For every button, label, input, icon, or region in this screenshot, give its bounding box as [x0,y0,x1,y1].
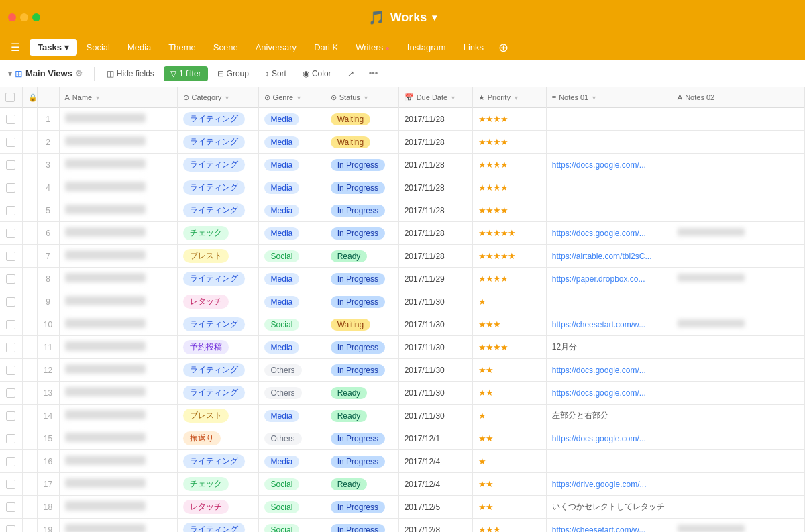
row-notes01-cell[interactable]: いくつかセレクトしてレタッチ [546,496,672,519]
row-name-cell[interactable] [59,199,177,222]
row-duedate-cell[interactable]: 2017/11/28 [398,222,472,245]
row-checkbox-cell[interactable] [0,313,22,336]
notes-link[interactable]: https://drive.google.com/... [552,480,666,489]
row-category-cell[interactable]: ライティング [177,131,258,154]
row-checkbox[interactable] [6,274,15,284]
row-notes01-cell[interactable]: https://docs.google.com/... [546,359,672,382]
close-button[interactable] [8,13,16,21]
row-checkbox-cell[interactable] [0,176,22,199]
row-category-cell[interactable]: ブレスト [177,405,258,427]
row-category-cell[interactable]: ライティング [177,519,258,533]
row-checkbox[interactable] [6,502,15,512]
row-status-cell[interactable]: In Progress [325,359,398,382]
row-name-cell[interactable] [59,131,177,154]
header-notes02[interactable]: A Notes 02 [672,87,775,108]
row-notes01-cell[interactable] [546,108,672,131]
row-genre-cell[interactable]: Social [258,313,325,336]
hamburger-icon[interactable]: ☰ [5,38,25,56]
nav-tab-theme[interactable]: Theme [160,39,203,56]
notes-link[interactable]: https://airtable.com/tbl2sC... [552,252,666,261]
row-checkbox[interactable] [6,457,15,466]
notes-link[interactable]: https://docs.google.com/... [552,388,666,398]
row-checkbox-cell[interactable] [0,245,22,268]
row-duedate-cell[interactable]: 2017/12/5 [398,496,472,519]
row-checkbox-cell[interactable] [0,108,22,131]
row-checkbox[interactable] [6,525,15,533]
row-checkbox-cell[interactable] [0,427,22,450]
row-priority-cell[interactable]: ★★ [472,496,546,519]
header-name[interactable]: A Name ▾ [59,87,177,108]
row-checkbox[interactable] [6,343,15,352]
row-name-cell[interactable] [59,450,177,473]
row-duedate-cell[interactable]: 2017/12/4 [398,473,472,496]
nav-tab-aniversary[interactable]: Aniversary [248,39,305,56]
view-settings-icon[interactable]: ⚙ [75,68,83,78]
row-duedate-cell[interactable]: 2017/11/28 [398,131,472,154]
row-category-cell[interactable]: チェック [177,473,258,496]
row-priority-cell[interactable]: ★★★★ [472,268,546,290]
add-tab-button[interactable]: ⊕ [493,40,514,55]
row-category-cell[interactable]: チェック [177,222,258,245]
nav-tab-links[interactable]: Links [455,39,492,56]
notes-link[interactable]: https://cheesetart.com/w... [552,525,666,533]
hide-fields-button[interactable]: ◫ Hide fields [100,66,161,81]
row-name-cell[interactable] [59,473,177,496]
row-name-cell[interactable] [59,359,177,382]
row-checkbox[interactable] [6,229,15,238]
row-priority-cell[interactable]: ★ [472,290,546,313]
row-priority-cell[interactable]: ★★★★ [472,154,546,176]
row-genre-cell[interactable]: Media [258,336,325,359]
row-status-cell[interactable]: In Progress [325,154,398,176]
row-duedate-cell[interactable]: 2017/12/4 [398,450,472,473]
row-checkbox-cell[interactable] [0,496,22,519]
notes-link[interactable]: https://paper.dropbox.co... [552,274,666,284]
row-status-cell[interactable]: Ready [325,473,398,496]
header-genre[interactable]: ⊙ Genre ▾ [258,87,325,108]
row-category-cell[interactable]: 予約投稿 [177,336,258,359]
row-category-cell[interactable]: ライティング [177,154,258,176]
title-dropdown-icon[interactable]: ▾ [432,12,437,23]
row-priority-cell[interactable]: ★★★★ [472,131,546,154]
row-notes01-cell[interactable] [546,131,672,154]
row-duedate-cell[interactable]: 2017/11/29 [398,268,472,290]
row-checkbox[interactable] [6,115,15,124]
row-priority-cell[interactable]: ★★ [472,382,546,405]
group-button[interactable]: ⊟ Group [211,66,256,81]
row-genre-cell[interactable]: Media [258,154,325,176]
maximize-button[interactable] [32,13,40,21]
row-category-cell[interactable]: ライティング [177,268,258,290]
row-duedate-cell[interactable]: 2017/12/8 [398,519,472,533]
row-duedate-cell[interactable]: 2017/11/28 [398,108,472,131]
external-link-button[interactable]: ↗ [341,66,361,81]
color-button[interactable]: ◉ Color [296,66,338,81]
row-checkbox-cell[interactable] [0,336,22,359]
notes-link[interactable]: https://cheesetart.com/w... [552,320,666,329]
header-category[interactable]: ⊙ Category ▾ [177,87,258,108]
row-genre-cell[interactable]: Media [258,268,325,290]
row-checkbox-cell[interactable] [0,382,22,405]
row-genre-cell[interactable]: Media [258,290,325,313]
row-category-cell[interactable]: ライティング [177,176,258,199]
row-name-cell[interactable] [59,245,177,268]
row-priority-cell[interactable]: ★★★★ [472,176,546,199]
row-status-cell[interactable]: In Progress [325,496,398,519]
row-notes01-cell[interactable] [546,199,672,222]
row-checkbox-cell[interactable] [0,222,22,245]
row-status-cell[interactable]: Waiting [325,108,398,131]
row-status-cell[interactable]: In Progress [325,427,398,450]
header-notes01[interactable]: ≡ Notes 01 ▾ [546,87,672,108]
row-checkbox-cell[interactable] [0,154,22,176]
row-category-cell[interactable]: ライティング [177,450,258,473]
row-name-cell[interactable] [59,405,177,427]
nav-tab-tasks[interactable]: Tasks ▾ [30,39,77,56]
row-duedate-cell[interactable]: 2017/11/28 [398,176,472,199]
row-checkbox[interactable] [6,138,15,147]
row-status-cell[interactable]: Ready [325,405,398,427]
row-checkbox[interactable] [6,183,15,193]
row-notes01-cell[interactable]: https://cheesetart.com/w... [546,519,672,533]
row-checkbox-cell[interactable] [0,405,22,427]
row-status-cell[interactable]: Ready [325,245,398,268]
row-notes01-cell[interactable]: https://docs.google.com/... [546,382,672,405]
row-checkbox[interactable] [6,388,15,398]
row-priority-cell[interactable]: ★★ [472,427,546,450]
